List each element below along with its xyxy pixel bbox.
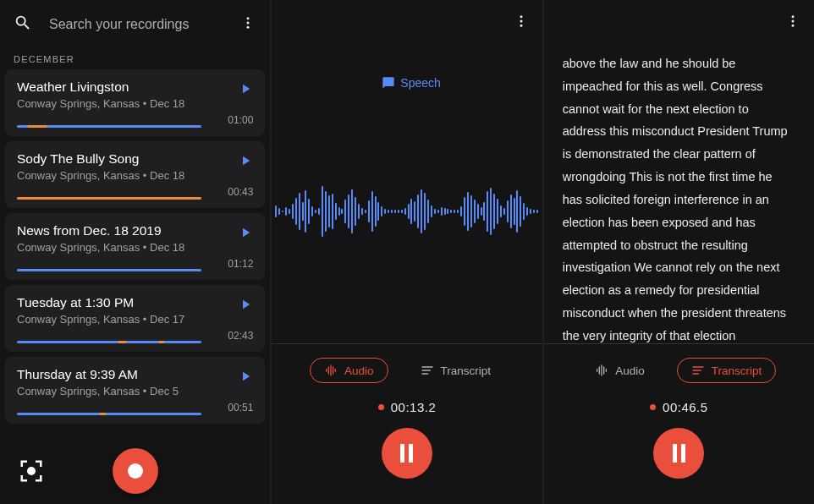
recording-title: Thursday at 9:39 AM bbox=[17, 367, 253, 382]
player-footer: Audio Transcript 00:13.2 bbox=[272, 343, 542, 504]
svg-point-3 bbox=[27, 467, 36, 475]
more-icon[interactable] bbox=[235, 10, 261, 39]
transcript-pane: above the law and he should be impeached… bbox=[544, 0, 814, 504]
recording-subtitle: Conway Springs, Kansas • Dec 18 bbox=[17, 169, 253, 182]
audio-tab[interactable]: Audio bbox=[581, 359, 658, 382]
svg-point-7 bbox=[791, 15, 794, 18]
audio-pane: Speech Audio Transcript 00:13.2 bbox=[272, 0, 542, 504]
search-input[interactable] bbox=[49, 17, 218, 32]
recording-subtitle: Conway Springs, Kansas • Dec 17 bbox=[17, 313, 253, 326]
svg-point-2 bbox=[247, 26, 250, 29]
recording-classification-bar bbox=[17, 341, 201, 343]
waveform[interactable] bbox=[272, 173, 542, 249]
play-icon[interactable] bbox=[238, 153, 253, 172]
pause-button[interactable] bbox=[382, 428, 432, 479]
recordings-list: Weather LivingstonConway Springs, Kansas… bbox=[0, 69, 270, 424]
play-icon[interactable] bbox=[238, 297, 253, 315]
timer: 00:13.2 bbox=[378, 400, 437, 414]
recording-duration: 02:43 bbox=[228, 330, 253, 342]
transcript-text[interactable]: above the law and he should be impeached… bbox=[544, 34, 814, 343]
recording-duration: 00:43 bbox=[228, 186, 253, 198]
svg-point-4 bbox=[520, 15, 522, 18]
transcript-tab[interactable]: Transcript bbox=[407, 359, 505, 382]
month-header: DECEMBER bbox=[0, 42, 270, 69]
recording-title: News from Dec. 18 2019 bbox=[17, 223, 253, 238]
recording-subtitle: Conway Springs, Kansas • Dec 5 bbox=[17, 385, 253, 397]
recording-item[interactable]: Tuesday at 1:30 PMConway Springs, Kansas… bbox=[5, 285, 265, 352]
recording-item[interactable]: News from Dec. 18 2019Conway Springs, Ka… bbox=[5, 213, 265, 280]
recording-title: Weather Livingston bbox=[17, 79, 253, 95]
recording-classification-bar bbox=[17, 413, 201, 415]
recording-item[interactable]: Thursday at 9:39 AMConway Springs, Kansa… bbox=[5, 357, 265, 424]
search-icon[interactable] bbox=[14, 14, 32, 36]
recording-classification-bar bbox=[17, 125, 201, 128]
transcript-tab[interactable]: Transcript bbox=[677, 358, 777, 383]
recording-indicator-icon bbox=[650, 404, 656, 410]
record-button[interactable] bbox=[113, 448, 158, 494]
svg-point-0 bbox=[247, 17, 250, 19]
recording-title: Tuesday at 1:30 PM bbox=[17, 295, 253, 310]
svg-point-5 bbox=[520, 20, 522, 23]
recording-duration: 01:00 bbox=[228, 114, 253, 126]
svg-point-1 bbox=[247, 22, 250, 25]
play-icon[interactable] bbox=[238, 81, 253, 100]
play-icon[interactable] bbox=[238, 225, 253, 244]
svg-point-6 bbox=[520, 25, 522, 27]
recording-item[interactable]: Weather LivingstonConway Springs, Kansas… bbox=[5, 69, 265, 136]
recording-title: Sody The Bully Song bbox=[17, 151, 253, 167]
recording-classification-bar bbox=[17, 269, 201, 271]
speech-label: Speech bbox=[400, 76, 440, 90]
audio-tab[interactable]: Audio bbox=[310, 358, 388, 383]
recording-subtitle: Conway Springs, Kansas • Dec 18 bbox=[17, 241, 253, 254]
play-icon[interactable] bbox=[238, 369, 253, 387]
recording-duration: 00:51 bbox=[228, 402, 253, 414]
more-icon[interactable] bbox=[780, 8, 806, 37]
recordings-pane: DECEMBER Weather LivingstonConway Spring… bbox=[0, 0, 270, 504]
svg-point-8 bbox=[791, 20, 794, 23]
recording-duration: 01:12 bbox=[228, 258, 253, 270]
lens-icon[interactable] bbox=[19, 458, 44, 487]
pause-button[interactable] bbox=[653, 428, 704, 479]
recording-classification-bar bbox=[17, 197, 201, 200]
svg-point-9 bbox=[791, 25, 794, 27]
timer: 00:46.5 bbox=[650, 400, 708, 414]
more-icon[interactable] bbox=[509, 8, 534, 37]
recording-item[interactable]: Sody The Bully SongConway Springs, Kansa… bbox=[5, 141, 265, 208]
recording-indicator-icon bbox=[378, 404, 384, 410]
speech-tag: Speech bbox=[382, 76, 440, 90]
player-footer: Audio Transcript 00:46.5 bbox=[544, 343, 814, 504]
recording-subtitle: Conway Springs, Kansas • Dec 18 bbox=[17, 97, 253, 110]
